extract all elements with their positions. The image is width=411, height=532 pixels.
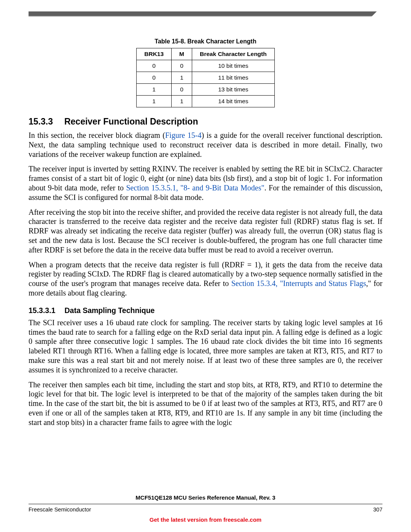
paragraph: The receiver input is inverted by settin… bbox=[29, 164, 382, 202]
subsection-number: 15.3.3.1 bbox=[29, 306, 55, 315]
th-m: M bbox=[172, 48, 192, 60]
paragraph: The SCI receiver uses a 16 ubaud rate cl… bbox=[29, 318, 382, 375]
table-row: 0 1 11 bit times bbox=[137, 72, 274, 84]
td: 0 bbox=[137, 60, 172, 72]
td: 1 bbox=[172, 72, 192, 84]
table-caption: Table 15-8. Break Character Length bbox=[29, 38, 382, 45]
td: 11 bit times bbox=[192, 72, 275, 84]
td: 13 bit times bbox=[192, 84, 275, 96]
td: 10 bit times bbox=[192, 60, 275, 72]
td: 1 bbox=[137, 84, 172, 96]
xref-section-15-3-4[interactable]: Section 15.3.4, "Interrupts and Status F… bbox=[231, 279, 366, 288]
page-header-rule bbox=[29, 11, 382, 23]
td: 0 bbox=[172, 84, 192, 96]
td: 0 bbox=[137, 72, 172, 84]
td: 1 bbox=[172, 96, 192, 107]
table-row: 1 0 13 bit times bbox=[137, 84, 274, 96]
td: 1 bbox=[137, 96, 172, 107]
paragraph: In this section, the receiver block diag… bbox=[29, 131, 382, 159]
subsection-title: Data Sampling Technique bbox=[64, 306, 155, 315]
xref-section-15-3-5-1[interactable]: Section 15.3.5.1, "8- and 9-Bit Data Mod… bbox=[126, 184, 264, 192]
paragraph: When a program detects that the receive … bbox=[29, 260, 382, 298]
page-number: 307 bbox=[373, 506, 382, 513]
th-bcl: Break Character Length bbox=[192, 48, 275, 60]
page: Table 15-8. Break Character Length BRK13… bbox=[0, 0, 411, 532]
table-row: 0 0 10 bit times bbox=[137, 60, 274, 72]
footer-title: MCF51QE128 MCU Series Reference Manual, … bbox=[29, 494, 382, 503]
xref-figure-15-4[interactable]: Figure 15-4 bbox=[165, 131, 202, 139]
table-header: BRK13 M Break Character Length bbox=[137, 48, 274, 60]
th-brk13: BRK13 bbox=[137, 48, 172, 60]
paragraph: The receiver then samples each bit time,… bbox=[29, 380, 382, 427]
page-footer: MCF51QE128 MCU Series Reference Manual, … bbox=[29, 494, 382, 523]
table-row: 1 1 14 bit times bbox=[137, 96, 274, 107]
subsection-heading: 15.3.3.1Data Sampling Technique bbox=[29, 306, 382, 315]
td: 14 bit times bbox=[192, 96, 275, 107]
footer-left: Freescale Semiconductor bbox=[29, 506, 91, 513]
footer-rule bbox=[29, 504, 382, 504]
section-title: Receiver Functional Description bbox=[64, 117, 198, 126]
section-number: 15.3.3 bbox=[29, 117, 53, 127]
td: 0 bbox=[172, 60, 192, 72]
paragraph: After receiving the stop bit into the re… bbox=[29, 208, 382, 255]
footer-download-link[interactable]: Get the latest version from freescale.co… bbox=[29, 516, 382, 523]
break-char-length-table: BRK13 M Break Character Length 0 0 10 bi… bbox=[136, 48, 274, 107]
section-heading: 15.3.3Receiver Functional Description bbox=[29, 117, 382, 127]
